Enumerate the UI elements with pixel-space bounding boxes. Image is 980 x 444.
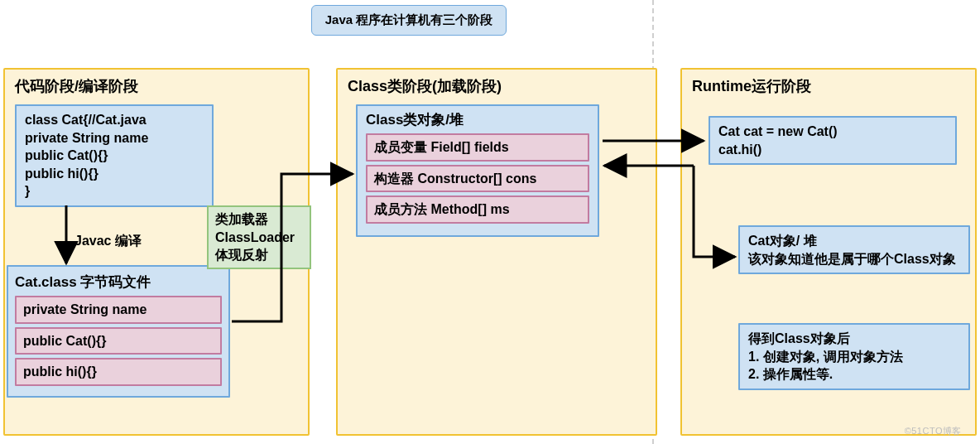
- class-heap-box: Class类对象/堆 成员变量 Field[] fields 构造器 Const…: [356, 104, 599, 237]
- stage-code-phase-label: 代码阶段/编译阶段: [5, 70, 308, 101]
- class-heap-item: 成员方法 Method[] ms: [366, 195, 589, 224]
- source-code-box: class Cat{//Cat.java private String name…: [15, 104, 214, 207]
- bytecode-item: public Cat(){}: [15, 327, 222, 355]
- classloader-box: 类加载器 ClassLoader 体现反射: [207, 205, 311, 269]
- bytecode-header: Cat.class 字节码文件: [15, 273, 222, 292]
- post-class-actions-box: 得到Class对象后 1. 创建对象, 调用对象方法 2. 操作属性等.: [738, 323, 970, 390]
- class-heap-header: Class类对象/堆: [366, 111, 589, 130]
- bytecode-item: public hi(){}: [15, 358, 222, 386]
- javac-compile-label: Javac 编译: [74, 233, 142, 250]
- stage-runtime-phase-label: Runtime运行阶段: [682, 70, 975, 101]
- bytecode-box: Cat.class 字节码文件 private String name publ…: [7, 265, 230, 398]
- class-heap-item: 构造器 Constructor[] cons: [366, 165, 589, 193]
- class-heap-item: 成员变量 Field[] fields: [366, 133, 589, 162]
- stage-class-phase-label: Class类阶段(加载阶段): [338, 70, 656, 101]
- bytecode-item: private String name: [15, 296, 222, 324]
- watermark: ©51CTO博客: [905, 425, 962, 437]
- cat-object-note-box: Cat对象/ 堆 该对象知道他是属于哪个Class对象: [738, 225, 970, 274]
- runtime-code-box: Cat cat = new Cat() cat.hi(): [709, 116, 957, 165]
- diagram-title: Java 程序在计算机有三个阶段: [311, 5, 507, 36]
